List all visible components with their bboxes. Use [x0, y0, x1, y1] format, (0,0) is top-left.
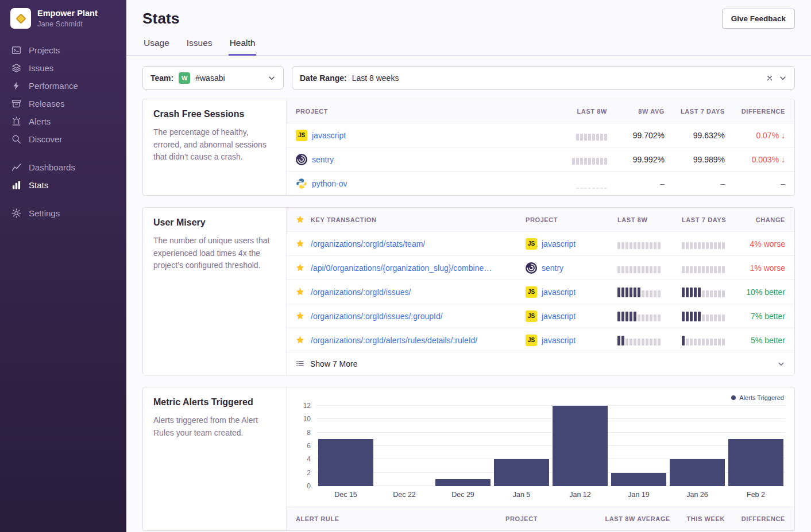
sparkline-bar — [702, 339, 705, 345]
sparkline-bar — [690, 266, 693, 273]
date-range-label: Date Range: — [300, 73, 347, 83]
chart-y-tick: 4 — [307, 455, 311, 463]
stats-tabs: Usage Issues Health — [142, 38, 795, 55]
diamond-logo-icon — [16, 13, 26, 24]
date-range-selector[interactable]: Date Range: Last 8 weeks — [292, 66, 795, 90]
projects-icon — [10, 45, 22, 55]
project-link[interactable]: javascript — [542, 336, 576, 345]
transaction-link[interactable]: /organizations/:orgId/stats/team/ — [311, 239, 425, 248]
filter-bar: Team: W #wasabi Date Range: Last 8 weeks — [142, 66, 795, 90]
transaction-link[interactable]: /organizations/:orgId/alerts/rules/detai… — [311, 336, 477, 345]
sparkline-bar — [702, 314, 705, 321]
chart-bar[interactable] — [318, 439, 374, 486]
org-identity: Empower Plant Jane Schmidt — [37, 9, 98, 28]
show-more-button[interactable]: Show 7 More — [287, 352, 794, 375]
key-transaction-star-icon[interactable] — [296, 239, 305, 248]
tab-health[interactable]: Health — [229, 38, 257, 56]
transaction-link[interactable]: /organizations/:orgId/issues/ — [311, 288, 411, 297]
sentry-platform-icon — [296, 154, 307, 165]
sidebar-item-performance[interactable]: Performance — [10, 77, 116, 95]
project-link[interactable]: javascript — [542, 239, 576, 248]
change-value: 10% better — [744, 288, 785, 297]
sidebar-item-alerts[interactable]: Alerts — [10, 112, 116, 130]
sparkline-bar — [638, 242, 640, 249]
sparkline-bar — [654, 339, 656, 345]
chart-bar[interactable] — [494, 459, 550, 486]
project-link[interactable]: python-ov — [312, 179, 347, 188]
sidebar-item-stats[interactable]: Stats — [10, 176, 116, 194]
project-link[interactable]: javascript — [542, 288, 576, 297]
key-transaction-star-icon[interactable] — [296, 312, 305, 320]
project-link[interactable]: sentry — [312, 155, 334, 164]
sidebar-item-issues[interactable]: Issues — [10, 59, 116, 77]
chart-bar[interactable] — [553, 406, 608, 486]
sidebar-item-discover[interactable]: Discover — [10, 130, 116, 148]
sparkline-bar — [722, 290, 725, 297]
sparkline-bar — [625, 339, 628, 345]
sparkline-bar — [702, 242, 705, 249]
sidebar-item-releases[interactable]: Releases — [10, 95, 116, 112]
sparkline-bar — [686, 266, 689, 273]
team-selector[interactable]: Team: W #wasabi — [142, 66, 284, 90]
org-switcher[interactable]: Empower Plant Jane Schmidt — [10, 8, 116, 29]
table-row: /organizations/:orgId/issues/:groupId/ J… — [287, 304, 794, 328]
team-avatar: W — [179, 72, 190, 84]
key-transaction-star-icon[interactable] — [296, 288, 305, 296]
sparkline-bar — [634, 242, 636, 249]
sparkline-bar — [642, 314, 644, 321]
chevron-down-icon[interactable] — [779, 74, 787, 82]
chevron-down-icon[interactable] — [268, 74, 276, 82]
sidebar-item-dashboards[interactable]: Dashboards — [10, 158, 116, 176]
sparkline-bar — [638, 314, 640, 321]
sidebar-item-projects[interactable]: Projects — [10, 41, 116, 59]
tab-usage[interactable]: Usage — [142, 38, 171, 56]
sparkline-bar — [625, 266, 628, 273]
project-link[interactable]: javascript — [542, 312, 576, 321]
chart-bar[interactable] — [670, 459, 725, 486]
sparkline-bar — [690, 339, 693, 345]
sparkline-bar — [650, 242, 652, 249]
releases-icon — [10, 99, 22, 108]
clear-date-icon[interactable] — [766, 74, 774, 82]
table-row: /api/0/organizations/{organization_slug}… — [287, 255, 794, 279]
transaction-link[interactable]: /api/0/organizations/{organization_slug}… — [311, 263, 492, 273]
sparkline-bar — [600, 188, 603, 189]
chart-bar[interactable] — [611, 473, 667, 486]
project-link[interactable]: sentry — [542, 263, 563, 273]
sparkline-bar — [698, 312, 701, 321]
sparkline — [682, 311, 744, 321]
sidebar-item-label: Settings — [29, 208, 60, 218]
key-transaction-star-icon[interactable] — [296, 263, 305, 272]
sparkline-bar — [702, 266, 705, 273]
sparkline-bar — [698, 288, 701, 297]
sparkline — [682, 335, 744, 345]
project-link[interactable]: javascript — [312, 131, 346, 140]
col-last-7-days: LAST 7 DAYS — [665, 108, 725, 115]
tab-issues[interactable]: Issues — [186, 38, 214, 56]
sparkline-bar — [630, 242, 632, 249]
app-root: Empower Plant Jane Schmidt Projects Issu… — [0, 0, 811, 532]
sparkline — [617, 263, 682, 273]
sparkline-bar — [710, 314, 713, 321]
legend-dot-icon — [731, 395, 736, 400]
sparkline-bar — [682, 312, 685, 321]
col-difference: DIFFERENCE — [725, 515, 785, 522]
difference-value: 0.003% ↓ — [725, 155, 785, 164]
sparkline-bar — [650, 314, 652, 321]
table-row: JS javascript 99.702% 99.632% 0.07% ↓ — [287, 123, 794, 147]
dashboards-icon — [10, 162, 22, 172]
sparkline-bar — [714, 290, 717, 297]
chart-bar[interactable] — [728, 439, 784, 486]
sidebar-item-settings[interactable]: Settings — [10, 204, 116, 222]
sparkline-bar — [654, 266, 656, 273]
table-header: KEY TRANSACTION PROJECT LAST 8W LAST 7 D… — [287, 208, 794, 231]
chart-bar[interactable] — [435, 479, 491, 486]
panel-text: The number of unique users that experien… — [153, 235, 276, 272]
give-feedback-button[interactable]: Give Feedback — [722, 9, 795, 29]
col-project: PROJECT — [296, 108, 538, 115]
sparkline-bar — [634, 312, 636, 321]
page-header: Stats Give Feedback Usage Issues Health — [126, 0, 811, 56]
key-transaction-star-icon[interactable] — [296, 336, 305, 344]
sparkline — [617, 287, 682, 297]
transaction-link[interactable]: /organizations/:orgId/issues/:groupId/ — [311, 312, 443, 321]
